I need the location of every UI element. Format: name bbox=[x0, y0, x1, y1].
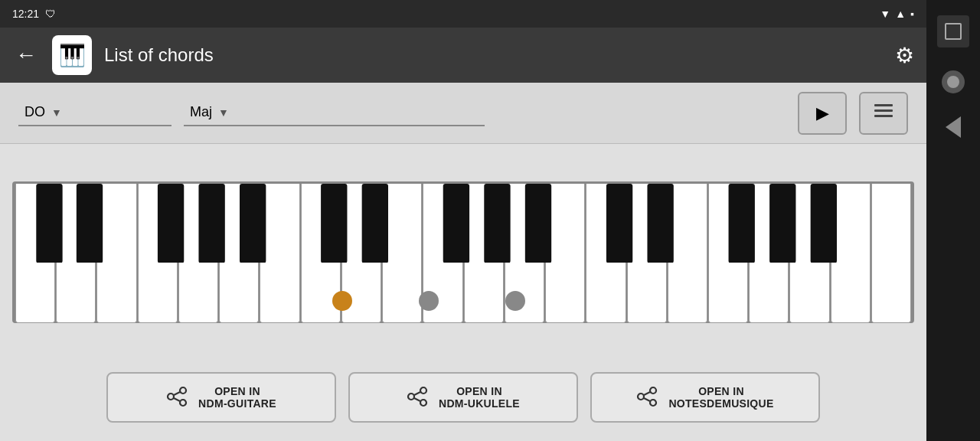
battery-icon: ▪ bbox=[910, 8, 914, 20]
open-guitare-button[interactable]: OPEN INNDM-GUITARE bbox=[106, 372, 336, 423]
page-title: List of chords bbox=[104, 44, 883, 66]
svg-point-29 bbox=[638, 394, 644, 400]
wifi-icon: ▼ bbox=[880, 8, 890, 20]
white-key-13[interactable] bbox=[505, 184, 544, 323]
note-dropdown[interactable]: DO ▼ bbox=[18, 100, 172, 126]
share-icon-ukulele bbox=[407, 386, 428, 410]
white-key-21[interactable] bbox=[831, 184, 871, 323]
circle-icon bbox=[947, 76, 959, 88]
chord-value: Maj bbox=[190, 104, 212, 120]
white-key-18[interactable] bbox=[708, 184, 748, 323]
piano-icon: 🎹 bbox=[59, 43, 86, 68]
open-notes-button[interactable]: OPEN INNOTESDEMUSIQUE bbox=[590, 372, 820, 423]
status-bar: 12:21 🛡 ▼ ▲ ▪ bbox=[0, 0, 926, 28]
sidebar-circle-button[interactable] bbox=[942, 70, 965, 93]
svg-point-28 bbox=[650, 387, 656, 394]
share-icon-guitare bbox=[166, 386, 188, 410]
white-key-3[interactable] bbox=[96, 184, 136, 323]
note-dropdown-arrow: ▼ bbox=[51, 106, 62, 119]
square-icon bbox=[945, 23, 962, 40]
white-key-16[interactable] bbox=[627, 184, 667, 323]
open-notes-label: OPEN INNOTESDEMUSIQUE bbox=[668, 385, 773, 410]
back-button[interactable]: ← bbox=[12, 40, 40, 70]
svg-rect-1 bbox=[874, 109, 893, 112]
svg-rect-0 bbox=[874, 104, 893, 106]
svg-line-31 bbox=[644, 392, 650, 395]
bottom-buttons: OPEN INNDM-GUITARE OPEN INNDM-UKULELE bbox=[0, 360, 926, 441]
open-ukulele-button[interactable]: OPEN INNDM-UKULELE bbox=[348, 372, 578, 423]
svg-line-26 bbox=[414, 392, 420, 395]
triangle-icon bbox=[946, 116, 961, 138]
white-key-10[interactable] bbox=[382, 184, 422, 323]
white-key-11[interactable] bbox=[423, 184, 462, 323]
white-key-22[interactable] bbox=[871, 184, 911, 323]
white-key-1[interactable] bbox=[15, 184, 55, 323]
svg-point-30 bbox=[650, 400, 656, 406]
white-key-12[interactable] bbox=[464, 184, 504, 323]
right-sidebar bbox=[926, 0, 980, 441]
white-key-9[interactable] bbox=[341, 184, 381, 323]
svg-line-32 bbox=[644, 398, 650, 401]
svg-line-22 bbox=[174, 398, 180, 401]
white-key-7[interactable] bbox=[260, 184, 299, 323]
open-ukulele-label: OPEN INNDM-UKULELE bbox=[439, 385, 520, 410]
white-key-2[interactable] bbox=[56, 184, 96, 323]
svg-point-20 bbox=[180, 400, 186, 406]
settings-button[interactable]: ⚙ bbox=[895, 43, 914, 68]
svg-line-27 bbox=[414, 398, 420, 401]
white-key-6[interactable] bbox=[219, 184, 259, 323]
white-key-14[interactable] bbox=[545, 184, 585, 323]
time-display: 12:21 bbox=[12, 8, 39, 20]
piano-area bbox=[0, 144, 926, 360]
svg-point-23 bbox=[420, 387, 426, 394]
svg-point-24 bbox=[408, 394, 414, 400]
white-key-17[interactable] bbox=[668, 184, 707, 323]
white-key-19[interactable] bbox=[749, 184, 789, 323]
note-value: DO bbox=[24, 104, 45, 120]
white-key-4[interactable] bbox=[138, 184, 178, 323]
play-icon: ▶ bbox=[816, 103, 829, 123]
share-icon-notes bbox=[636, 386, 658, 410]
svg-line-21 bbox=[174, 392, 180, 395]
svg-point-18 bbox=[180, 387, 186, 394]
svg-point-19 bbox=[168, 394, 174, 400]
controls-area: DO ▼ Maj ▼ ▶ bbox=[0, 83, 926, 144]
piano-keyboard[interactable] bbox=[12, 181, 914, 323]
white-key-20[interactable] bbox=[789, 184, 829, 323]
white-key-15[interactable] bbox=[586, 184, 626, 323]
notes-button[interactable] bbox=[859, 92, 908, 135]
svg-rect-2 bbox=[874, 115, 893, 117]
chord-dropdown[interactable]: Maj ▼ bbox=[184, 100, 485, 126]
notes-icon bbox=[873, 103, 894, 124]
play-button[interactable]: ▶ bbox=[798, 92, 847, 135]
chord-dropdown-arrow: ▼ bbox=[218, 106, 229, 119]
shield-icon: 🛡 bbox=[45, 8, 56, 20]
open-guitare-label: OPEN INNDM-GUITARE bbox=[198, 385, 276, 410]
white-key-5[interactable] bbox=[178, 184, 218, 323]
white-key-8[interactable] bbox=[301, 184, 341, 323]
svg-point-25 bbox=[420, 400, 426, 406]
top-bar: ← 🎹 List of chords ⚙ bbox=[0, 28, 926, 83]
app-icon: 🎹 bbox=[52, 35, 92, 75]
sidebar-square-button[interactable] bbox=[937, 15, 969, 47]
sidebar-back-button[interactable] bbox=[946, 116, 961, 138]
signal-icon: ▲ bbox=[895, 8, 906, 20]
